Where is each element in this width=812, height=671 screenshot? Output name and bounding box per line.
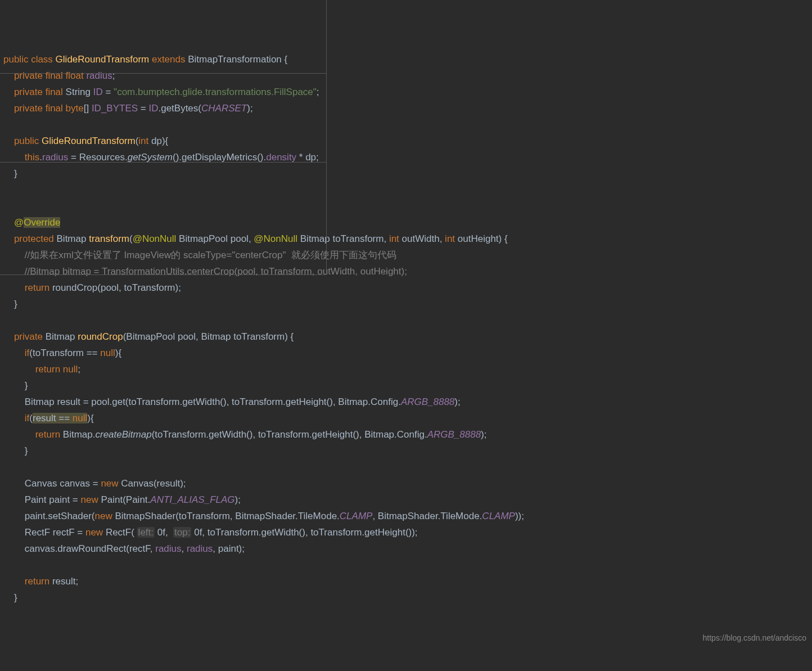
code-token: return <box>25 282 52 293</box>
method-separator-hline <box>0 162 326 163</box>
code-token: Paint(Paint. <box>101 494 150 505</box>
code-token: public class <box>3 54 56 65</box>
code-token: protected <box>14 233 57 244</box>
code-line[interactable]: public class GlideRoundTransform extends… <box>0 51 812 67</box>
code-token <box>3 413 25 424</box>
code-token: transform <box>89 233 129 244</box>
code-token: Canvas(result); <box>121 478 186 489</box>
code-token: radius <box>187 543 213 554</box>
code-token: (BitmapPool pool, Bitmap toTransform) { <box>123 331 294 342</box>
code-line[interactable]: protected Bitmap transform(@NonNull Bitm… <box>0 231 812 247</box>
code-token: canvas.drawRoundRect(rectF, <box>3 543 155 554</box>
code-token: ARGB_8888 <box>401 397 454 407</box>
code-token: new <box>81 494 101 505</box>
method-separator-hline <box>0 274 326 275</box>
code-token: null <box>73 413 87 424</box>
code-token: new <box>101 478 121 489</box>
code-token <box>3 217 14 228</box>
method-separator-hline <box>0 73 326 74</box>
code-token: ID <box>148 103 158 114</box>
code-line[interactable]: return roundCrop(pool, toTransform); <box>0 280 812 296</box>
code-token: new <box>85 527 106 538</box>
code-token: } <box>3 445 28 456</box>
code-line[interactable]: this.radius = Resources.getSystem().getD… <box>0 149 812 165</box>
code-token: left: <box>137 527 155 538</box>
code-line[interactable]: //如果在xml文件设置了 ImageView的 scaleType="cent… <box>0 247 812 263</box>
code-token: )); <box>515 511 524 521</box>
code-token: (toTransform.getWidth(), toTransform.get… <box>152 429 427 440</box>
code-line[interactable]: } <box>0 296 812 312</box>
code-token: CLAMP <box>340 511 373 521</box>
code-token: ); <box>247 103 252 114</box>
code-token: ID_BYTES <box>92 103 141 114</box>
code-token: new <box>95 511 115 521</box>
code-token: Bitmap result = pool.get(toTransform.get… <box>3 397 401 407</box>
code-token: , paint); <box>213 543 245 554</box>
code-line[interactable]: paint.setShader(new BitmapShader(toTrans… <box>0 508 812 524</box>
code-token <box>3 331 14 342</box>
code-token: .getBytes( <box>158 103 201 114</box>
code-line[interactable]: private final byte[] ID_BYTES = ID.getBy… <box>0 100 812 116</box>
code-token: ; <box>78 364 80 375</box>
code-token <box>3 136 14 146</box>
code-line[interactable]: canvas.drawRoundRect(rectF, radius, radi… <box>0 541 812 557</box>
code-token: ); <box>454 397 460 407</box>
code-line[interactable]: Paint paint = new Paint(Paint.ANTI_ALIAS… <box>0 492 812 508</box>
code-line[interactable] <box>0 557 812 573</box>
code-token: roundCrop <box>78 331 123 342</box>
code-line[interactable]: Canvas canvas = new Canvas(result); <box>0 475 812 492</box>
code-line[interactable]: private Bitmap roundCrop(BitmapPool pool… <box>0 328 812 345</box>
code-token: paint.setShader( <box>3 511 95 521</box>
code-token: = <box>105 87 114 97</box>
code-token: } <box>3 592 17 603</box>
code-line[interactable]: if(toTransform == null){ <box>0 345 812 361</box>
watermark-text: https://blog.csdn.net/andcisco <box>703 630 806 646</box>
code-line[interactable] <box>0 459 812 475</box>
code-line[interactable]: } <box>0 443 812 459</box>
method-separator-vline <box>326 0 327 274</box>
code-line[interactable]: } <box>0 377 812 394</box>
code-line[interactable]: return result; <box>0 573 812 589</box>
code-token: @ <box>14 217 24 228</box>
code-token: extends <box>152 54 188 65</box>
code-line[interactable] <box>0 312 812 328</box>
code-token: return <box>35 429 63 440</box>
code-line[interactable]: public GlideRoundTransform(int dp){ <box>0 133 812 149</box>
code-token: @NonNull <box>133 233 179 244</box>
code-token <box>3 266 25 277</box>
code-line[interactable]: if(result == null){ <box>0 410 812 426</box>
code-line[interactable]: private final String ID = "com.bumptech.… <box>0 84 812 100</box>
code-token: BitmapPool pool, <box>179 233 254 244</box>
code-token: "com.bumptech.glide.transformations.Fill… <box>114 87 317 97</box>
code-token <box>3 576 25 587</box>
code-token: BitmapShader(toTransform, BitmapShader.T… <box>115 511 339 521</box>
code-token: return <box>25 576 52 587</box>
code-token: RectF rectF = <box>3 527 85 538</box>
code-token: ){ <box>115 348 121 358</box>
code-token: 0f, <box>155 527 173 538</box>
code-line[interactable] <box>0 182 812 198</box>
code-token: ); <box>481 429 486 440</box>
code-line[interactable]: private final float radius; <box>0 67 812 84</box>
code-token: Bitmap toTransform, <box>300 233 389 244</box>
code-token: (toTransform == <box>29 348 100 358</box>
code-body[interactable]: public class GlideRoundTransform extends… <box>0 51 812 606</box>
code-line[interactable]: @Override <box>0 214 812 231</box>
code-token: radius <box>42 152 71 163</box>
code-line[interactable]: } <box>0 589 812 606</box>
code-line[interactable]: } <box>0 165 812 182</box>
code-token <box>3 233 14 244</box>
code-editor[interactable]: public class GlideRoundTransform extends… <box>0 0 812 650</box>
code-token: GlideRoundTransform <box>56 54 152 65</box>
code-line[interactable]: return Bitmap.createBitmap(toTransform.g… <box>0 426 812 443</box>
code-line[interactable]: Bitmap result = pool.get(toTransform.get… <box>0 394 812 410</box>
code-token: Override <box>24 217 60 228</box>
code-token: GlideRoundTransform <box>42 136 136 146</box>
code-token: createBitmap <box>95 429 151 440</box>
code-line[interactable]: return null; <box>0 361 812 377</box>
code-line[interactable] <box>0 116 812 133</box>
code-line[interactable] <box>0 198 812 214</box>
code-line[interactable]: RectF rectF = new RectF( left: 0f, top: … <box>0 524 812 541</box>
code-token: Paint paint = <box>3 494 81 505</box>
code-line[interactable]: //Bitmap bitmap = TransformationUtils.ce… <box>0 263 812 280</box>
